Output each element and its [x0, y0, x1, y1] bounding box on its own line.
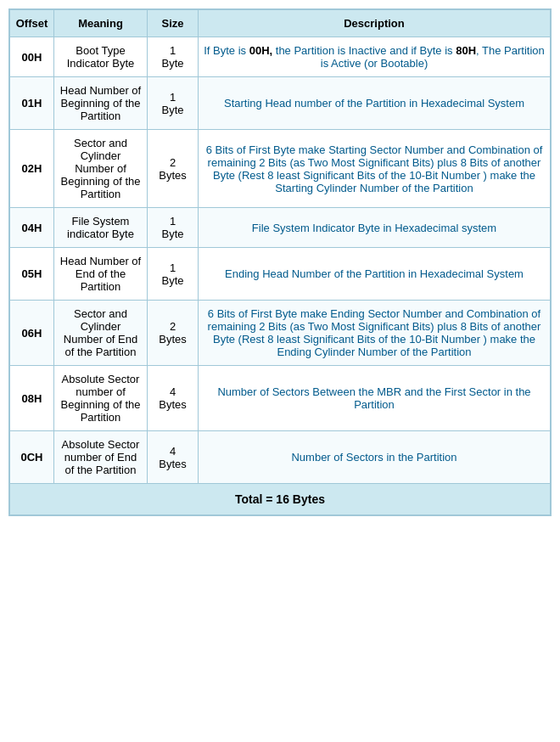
table-row: 05HHead Number of End of the Partition1 …: [10, 248, 551, 301]
table-row: 02HSector and Cylinder Number of Beginni…: [10, 130, 551, 208]
cell-meaning: Sector and Cylinder Number of End of the…: [54, 301, 148, 366]
cell-description: File System Indicator Byte in Hexadecima…: [199, 208, 551, 248]
header-offset: Offset: [10, 10, 54, 37]
cell-meaning: Boot Type Indicator Byte: [54, 37, 148, 77]
cell-size: 1 Byte: [148, 77, 199, 130]
cell-size: 4 Bytes: [148, 366, 199, 431]
cell-offset: 0CH: [10, 431, 54, 484]
cell-description: Starting Head number of the Partition in…: [199, 77, 551, 130]
cell-size: 1 Byte: [148, 248, 199, 301]
cell-size: 2 Bytes: [148, 301, 199, 366]
total-label: Total = 16 Bytes: [10, 484, 551, 515]
cell-description: 6 Bits of First Byte make Ending Sector …: [199, 301, 551, 366]
header-meaning: Meaning: [54, 10, 148, 37]
cell-meaning: Sector and Cylinder Number of Beginning …: [54, 130, 148, 208]
table-row: 01HHead Number of Beginning of the Parti…: [10, 77, 551, 130]
cell-size: 1 Byte: [148, 37, 199, 77]
table-row: 00HBoot Type Indicator Byte1 ByteIf Byte…: [10, 37, 551, 77]
cell-size: 2 Bytes: [148, 130, 199, 208]
cell-meaning: Head Number of End of the Partition: [54, 248, 148, 301]
header-size: Size: [148, 10, 199, 37]
table-row: 06HSector and Cylinder Number of End of …: [10, 301, 551, 366]
table-row: 04HFile System indicator Byte1 ByteFile …: [10, 208, 551, 248]
partition-table: Offset Meaning Size Description 00HBoot …: [8, 8, 552, 516]
cell-meaning: Absolute Sector number of End of the Par…: [54, 431, 148, 484]
table-row: 0CHAbsolute Sector number of End of the …: [10, 431, 551, 484]
cell-description: Ending Head Number of the Partition in H…: [199, 248, 551, 301]
cell-offset: 08H: [10, 366, 54, 431]
cell-description: Number of Sectors Between the MBR and th…: [199, 366, 551, 431]
cell-size: 1 Byte: [148, 208, 199, 248]
cell-offset: 00H: [10, 37, 54, 77]
cell-offset: 02H: [10, 130, 54, 208]
cell-description: If Byte is 00H, the Partition is Inactiv…: [199, 37, 551, 77]
cell-offset: 01H: [10, 77, 54, 130]
cell-description: 6 Bits of First Byte make Starting Secto…: [199, 130, 551, 208]
cell-offset: 06H: [10, 301, 54, 366]
total-row: Total = 16 Bytes: [10, 484, 551, 515]
header-description: Description: [199, 10, 551, 37]
cell-size: 4 Bytes: [148, 431, 199, 484]
cell-description: Number of Sectors in the Partition: [199, 431, 551, 484]
cell-meaning: File System indicator Byte: [54, 208, 148, 248]
cell-offset: 05H: [10, 248, 54, 301]
cell-offset: 04H: [10, 208, 54, 248]
table-row: 08HAbsolute Sector number of Beginning o…: [10, 366, 551, 431]
cell-meaning: Absolute Sector number of Beginning of t…: [54, 366, 148, 431]
cell-meaning: Head Number of Beginning of the Partitio…: [54, 77, 148, 130]
